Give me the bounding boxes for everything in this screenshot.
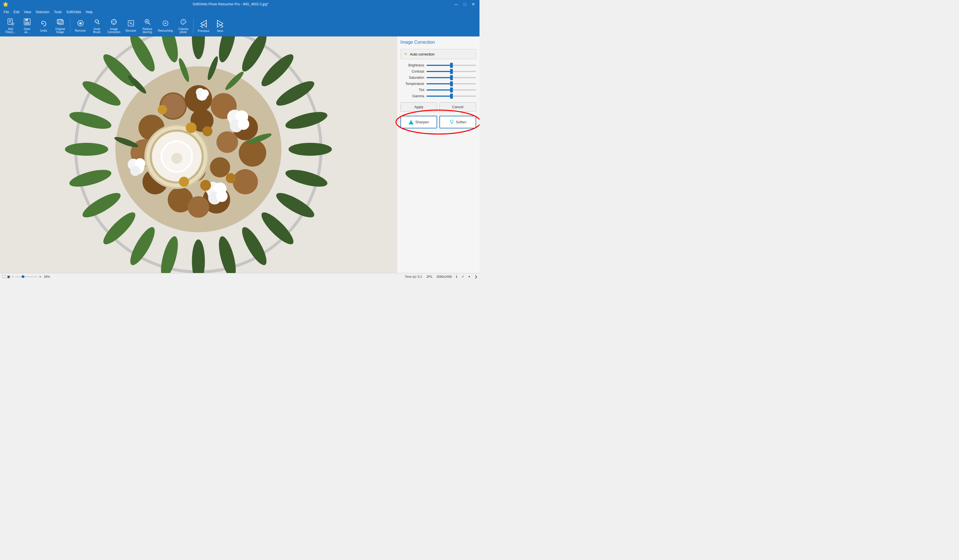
svg-rect-9	[25, 22, 29, 24]
dimensions-display: 3580x2408	[436, 275, 452, 278]
svg-point-34	[184, 21, 185, 22]
share-icon[interactable]: ↗	[461, 275, 464, 278]
svg-line-13	[60, 21, 62, 23]
saturation-label: Saturation	[400, 76, 424, 80]
contrast-slider[interactable]	[427, 71, 476, 72]
menu-tools[interactable]: Tools	[52, 10, 64, 14]
cancel-button[interactable]: Cancel	[440, 102, 476, 111]
right-panel: Image Correction ✦ Auto correction Brigh…	[397, 37, 480, 273]
brightness-slider[interactable]	[427, 65, 476, 66]
add-files-button[interactable]: Add File(s)...	[3, 17, 18, 35]
menu-view[interactable]: View	[22, 10, 33, 14]
undo-brush-button[interactable]: Undo Brush	[89, 17, 105, 35]
menu-help[interactable]: Help	[84, 10, 95, 14]
svg-point-35	[183, 22, 184, 23]
undo-brush-icon	[93, 18, 101, 27]
reduce-blurring-button[interactable]: Reduce blurring	[140, 17, 155, 35]
denoise-button[interactable]: Denoise	[123, 17, 139, 35]
svg-point-23	[132, 22, 132, 22]
menubar: File Edit View Selection Tools SoftOrbit…	[0, 8, 480, 16]
retouching-label: Retouching	[158, 29, 173, 32]
auto-correction-label: Auto correction	[410, 52, 434, 56]
saturation-slider[interactable]	[427, 77, 476, 78]
statusbar-right: Time (s): 0.1 JPG 3580x2408 ℹ ↗ ✦ ❯	[405, 275, 477, 278]
forward-icon[interactable]: ❯	[475, 275, 477, 278]
previous-button[interactable]: Previous	[196, 17, 211, 35]
image-correction-icon	[110, 18, 118, 27]
menu-softorbits[interactable]: SoftOrbits	[64, 10, 83, 14]
star-status-icon[interactable]: ✦	[468, 275, 470, 278]
main-layout: Image Correction ✦ Auto correction Brigh…	[0, 37, 480, 273]
tint-row: Tint	[400, 88, 476, 92]
tint-slider[interactable]	[427, 89, 476, 91]
svg-line-28	[148, 23, 150, 24]
next-icon	[216, 19, 225, 28]
denoise-icon	[127, 20, 135, 28]
soften-icon	[449, 119, 454, 125]
menu-edit[interactable]: Edit	[11, 10, 22, 14]
tint-label: Tint	[400, 88, 424, 92]
svg-point-117	[202, 126, 213, 136]
remove-icon	[77, 20, 84, 28]
menu-file[interactable]: File	[2, 10, 11, 14]
remove-label: Remove	[75, 29, 86, 32]
window-title: SoftOrbits Photo Retoucher Pro - IMG_460…	[8, 2, 452, 6]
zoom-slider[interactable]	[15, 276, 38, 277]
save-as-icon	[24, 18, 31, 27]
maximize-button[interactable]: □	[462, 2, 468, 7]
svg-point-109	[201, 89, 209, 97]
undo-label: Undo	[40, 29, 47, 32]
next-label: Next	[217, 29, 223, 32]
time-display: Time (s): 0.1	[405, 275, 422, 278]
canvas-area[interactable]	[0, 37, 397, 273]
soften-button[interactable]: Soften	[440, 116, 476, 128]
image-correction-button[interactable]: Image Correction	[106, 17, 122, 35]
previous-label: Previous	[198, 29, 209, 32]
retouching-icon	[162, 20, 169, 28]
reduce-blurring-icon	[144, 18, 151, 27]
gamma-row: Gamma	[400, 94, 476, 98]
svg-point-123	[450, 120, 453, 123]
info-icon[interactable]: ℹ	[456, 275, 457, 278]
svg-point-79	[188, 196, 209, 218]
remove-button[interactable]: Remove	[73, 17, 88, 35]
svg-point-102	[216, 190, 228, 202]
temperature-slider[interactable]	[427, 83, 476, 84]
separator-1	[70, 19, 70, 33]
auto-correction-button[interactable]: ✦ Auto correction	[400, 49, 476, 59]
svg-point-32	[182, 21, 183, 22]
close-button[interactable]: ✕	[470, 2, 477, 7]
svg-point-54	[65, 143, 108, 156]
svg-rect-8	[25, 19, 28, 21]
zoom-in-button[interactable]: +	[39, 274, 41, 279]
photo-image	[0, 37, 397, 273]
colorize-photo-icon	[180, 18, 187, 27]
save-as-button[interactable]: Save as...	[19, 17, 35, 35]
panel-title: Image Correction	[400, 40, 476, 45]
minimize-button[interactable]: —	[452, 2, 460, 7]
svg-point-22	[129, 22, 131, 23]
undo-button[interactable]: Undo	[36, 17, 51, 35]
original-image-button[interactable]: Original Image	[53, 17, 68, 35]
zoom-out-button[interactable]: −	[11, 274, 14, 279]
save-as-label: Save as...	[24, 27, 30, 33]
selection-icon: ▣	[7, 275, 10, 278]
apply-button[interactable]: Apply	[400, 102, 437, 111]
menu-selection[interactable]: Selection	[33, 10, 52, 14]
denoise-label: Denoise	[125, 29, 136, 32]
action-buttons: Apply Cancel	[400, 102, 476, 111]
sharpen-button[interactable]: Sharpen	[400, 116, 437, 128]
gamma-slider[interactable]	[427, 95, 476, 97]
colorize-photo-button[interactable]: Colorize photo	[175, 17, 191, 35]
toolbar: Add File(s)... Save as... Undo Original …	[0, 16, 480, 37]
svg-point-120	[158, 105, 167, 114]
sharpen-soften-section: Sharpen Soften	[400, 116, 476, 128]
svg-point-26	[130, 22, 132, 24]
svg-point-121	[226, 173, 236, 183]
svg-point-106	[130, 166, 140, 176]
svg-point-15	[80, 22, 81, 24]
retouching-button[interactable]: Retouching	[156, 17, 174, 35]
next-button[interactable]: Next	[212, 17, 228, 35]
svg-point-76	[233, 169, 258, 194]
previous-icon	[199, 19, 208, 28]
